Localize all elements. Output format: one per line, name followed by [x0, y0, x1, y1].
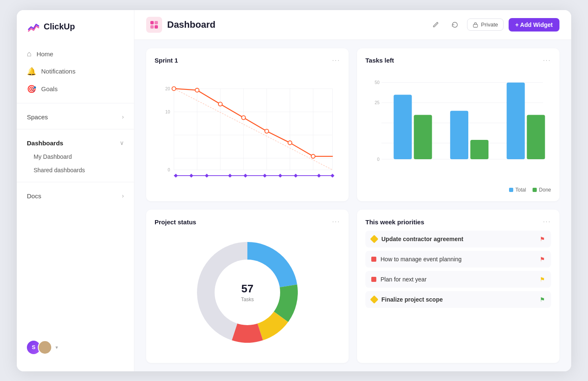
sprint-widget-header: Sprint 1 ···: [155, 57, 340, 64]
sprint-widget-title: Sprint 1: [155, 57, 178, 64]
sidebar-item-shared-dashboards[interactable]: Shared dashboards: [17, 163, 134, 177]
svg-rect-4: [473, 24, 478, 27]
svg-rect-0: [150, 21, 154, 24]
priorities-header: This week priorities ···: [365, 218, 551, 226]
priorities-widget: This week priorities ··· Update contract…: [357, 210, 559, 363]
project-status-header: Project status ···: [155, 218, 340, 226]
home-icon: ⌂: [27, 50, 32, 58]
donut-area: 57 Tasks: [155, 231, 340, 355]
svg-point-24: [218, 102, 222, 106]
priority-indicator-3: [371, 277, 376, 282]
priorities-title: This week priorities: [365, 218, 424, 226]
svg-line-21: [174, 88, 333, 169]
bar-chart-svg: 50 25 0: [365, 69, 551, 185]
refresh-icon: [451, 21, 459, 29]
project-status-widget: Project status ···: [146, 210, 349, 363]
svg-marker-35: [263, 173, 267, 177]
priority-item-3[interactable]: Plan for next year ⚑: [365, 271, 551, 288]
avatar-photo[interactable]: [38, 340, 52, 355]
app-name: ClickUp: [44, 22, 75, 32]
svg-rect-52: [507, 82, 525, 159]
svg-point-26: [265, 129, 268, 133]
priority-item-2[interactable]: How to manage event planning ⚑: [365, 251, 551, 268]
project-status-menu[interactable]: ···: [332, 218, 340, 226]
sprint-chart-area: 20 10 0: [155, 69, 340, 193]
refresh-button[interactable]: [448, 18, 462, 32]
logo-area: ClickUp: [17, 20, 134, 45]
svg-rect-50: [450, 110, 468, 159]
main-content: Dashboard: [134, 10, 571, 371]
sidebar-section-docs[interactable]: Docs ›: [17, 189, 134, 203]
sidebar-item-notifications[interactable]: 🔔 Notifications: [17, 63, 134, 80]
svg-marker-34: [244, 173, 247, 177]
svg-text:10: 10: [165, 109, 171, 114]
sidebar-item-goals[interactable]: 🎯 Goals: [17, 80, 134, 98]
svg-marker-37: [294, 173, 298, 177]
priority-flag-1: ⚑: [540, 236, 545, 242]
sprint-widget-menu[interactable]: ···: [332, 57, 340, 64]
dashboards-chevron-icon: ∨: [120, 139, 124, 146]
priority-indicator-2: [371, 257, 376, 262]
priority-flag-2: ⚑: [540, 256, 545, 263]
sprint-widget: Sprint 1 ··· 20 10 0: [146, 48, 349, 202]
svg-point-22: [172, 87, 176, 90]
svg-marker-39: [331, 173, 334, 177]
goals-icon: 🎯: [27, 84, 36, 94]
bar-legend: Total Done: [365, 187, 551, 193]
priority-text-3: Plan for next year: [381, 276, 536, 283]
sidebar-section-dashboards[interactable]: Dashboards ∨: [17, 136, 134, 150]
svg-marker-32: [205, 173, 209, 177]
priority-text-2: How to manage event planning: [381, 256, 536, 263]
edit-button[interactable]: [428, 18, 443, 32]
topbar-actions: Private + Add Widget: [428, 18, 559, 32]
priority-indicator-4: [370, 295, 378, 304]
sidebar-nav: ⌂ Home 🔔 Notifications 🎯 Goals Spaces › …: [17, 45, 134, 203]
priority-item-1[interactable]: Update contractor agreement ⚑: [365, 231, 551, 247]
sidebar-item-home[interactable]: ⌂ Home: [17, 45, 134, 63]
svg-rect-53: [527, 115, 545, 159]
dashboard-grid: Sprint 1 ··· 20 10 0: [134, 40, 571, 371]
svg-point-23: [195, 88, 199, 92]
user-menu-chevron-icon[interactable]: ▾: [55, 344, 58, 350]
priorities-menu[interactable]: ···: [543, 218, 551, 226]
tasks-left-menu[interactable]: ···: [543, 57, 551, 64]
sidebar-divider-2: [17, 129, 134, 129]
legend-total: Total: [509, 187, 526, 193]
sidebar-divider-3: [17, 182, 134, 182]
svg-text:25: 25: [375, 100, 380, 105]
dashboard-grid-icon: [150, 20, 159, 29]
private-badge[interactable]: Private: [467, 18, 503, 31]
sidebar: ClickUp ⌂ Home 🔔 Notifications 🎯 Goals S…: [17, 10, 134, 371]
svg-rect-1: [155, 21, 158, 24]
svg-marker-30: [174, 173, 178, 177]
priority-item-4[interactable]: Finalize project scope ⚑: [365, 291, 551, 308]
edit-icon: [432, 21, 439, 29]
legend-total-dot: [509, 188, 513, 192]
svg-point-25: [242, 116, 245, 119]
sidebar-item-my-dashboard[interactable]: My Dashboard: [17, 150, 134, 163]
app-container: ClickUp ⌂ Home 🔔 Notifications 🎯 Goals S…: [17, 10, 571, 371]
sidebar-section-spaces[interactable]: Spaces ›: [17, 110, 134, 124]
dashboard-icon-bg: [146, 17, 162, 33]
tasks-left-header: Tasks left ···: [365, 57, 551, 64]
svg-rect-49: [414, 115, 432, 159]
svg-rect-2: [150, 25, 154, 29]
svg-point-27: [288, 141, 292, 145]
priority-text-4: Finalize project scope: [381, 296, 536, 303]
svg-rect-48: [394, 95, 412, 159]
svg-marker-33: [228, 173, 232, 177]
add-widget-button[interactable]: + Add Widget: [509, 18, 559, 32]
priority-text-1: Update contractor agreement: [381, 236, 536, 242]
priorities-list: Update contractor agreement ⚑ How to man…: [365, 231, 551, 355]
topbar: Dashboard: [134, 10, 571, 40]
legend-done-dot: [533, 188, 537, 192]
svg-text:50: 50: [375, 80, 380, 85]
svg-text:0: 0: [168, 168, 170, 172]
clickup-logo-icon: [27, 20, 40, 34]
svg-text:0: 0: [377, 156, 380, 161]
donut-center-text: 57 Tasks: [241, 282, 254, 303]
svg-rect-3: [155, 25, 158, 29]
svg-rect-51: [470, 139, 488, 159]
docs-chevron-icon: ›: [122, 192, 124, 199]
svg-text:20: 20: [165, 86, 171, 91]
